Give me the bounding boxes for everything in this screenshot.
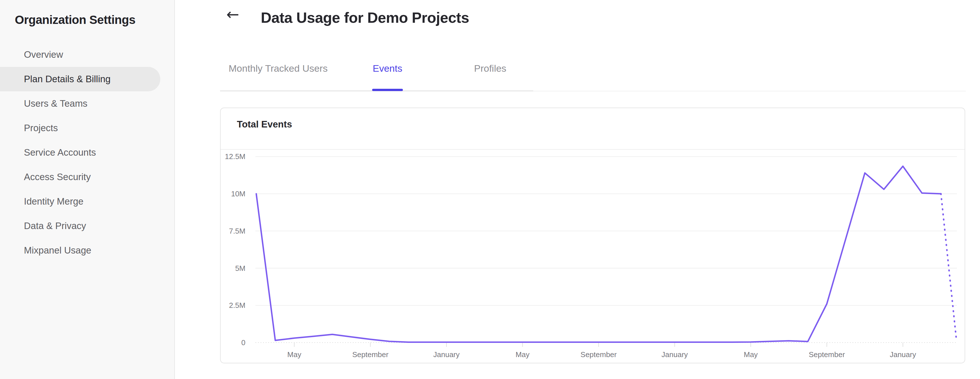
x-axis-tick-label: January	[890, 350, 916, 359]
sidebar-item-plan-details-billing[interactable]: Plan Details & Billing	[0, 67, 160, 91]
y-axis-tick-label: 0	[242, 338, 245, 347]
x-axis-tick-label: September	[581, 350, 617, 359]
tab-list: Monthly Tracked UsersEventsProfiles	[175, 0, 980, 94]
y-axis-tick-label: 10M	[231, 189, 245, 198]
tab-monthly-tracked-users[interactable]: Monthly Tracked Users	[229, 63, 328, 74]
sidebar-item-users-teams[interactable]: Users & Teams	[0, 91, 174, 116]
y-axis-tick-label: 7.5M	[229, 227, 245, 235]
active-tab-indicator	[372, 89, 403, 91]
x-axis-tick-label: May	[287, 350, 301, 359]
y-axis-tick-label: 5M	[235, 264, 245, 273]
x-axis-tick-label: May	[744, 350, 757, 359]
sidebar: Organization Settings OverviewPlan Detai…	[0, 0, 175, 379]
card-title: Total Events	[237, 119, 292, 130]
x-axis-tick-label: January	[662, 350, 688, 359]
sidebar-title: Organization Settings	[15, 13, 135, 27]
sidebar-item-identity-merge[interactable]: Identity Merge	[0, 189, 174, 214]
total-events-chart: 02.5M5M7.5M10M12.5MMaySeptemberJanuaryMa…	[221, 150, 965, 363]
y-axis-tick-label: 2.5M	[229, 301, 245, 309]
sidebar-nav: OverviewPlan Details & BillingUsers & Te…	[0, 43, 174, 263]
x-axis-tick-label: September	[352, 350, 389, 359]
sidebar-item-data-privacy[interactable]: Data & Privacy	[0, 214, 174, 238]
sidebar-item-access-security[interactable]: Access Security	[0, 165, 174, 189]
total-events-card: Total Events 02.5M5M7.5M10M12.5MMaySepte…	[220, 108, 965, 363]
tab-profiles[interactable]: Profiles	[474, 63, 506, 74]
series-line-total-events	[256, 166, 941, 342]
sidebar-item-service-accounts[interactable]: Service Accounts	[0, 140, 174, 165]
sidebar-item-mixpanel-usage[interactable]: Mixpanel Usage	[0, 238, 174, 263]
x-axis-tick-label: January	[433, 350, 460, 359]
sidebar-item-projects[interactable]: Projects	[0, 116, 174, 140]
y-axis-tick-label: 12.5M	[225, 152, 245, 161]
main-content: ← Data Usage for Demo Projects Monthly T…	[175, 0, 980, 379]
sidebar-item-overview[interactable]: Overview	[0, 43, 174, 67]
tab-events[interactable]: Events	[373, 63, 402, 74]
x-axis-tick-label: May	[515, 350, 530, 359]
series-line-projected	[941, 194, 956, 338]
x-axis-tick-label: September	[808, 350, 845, 359]
